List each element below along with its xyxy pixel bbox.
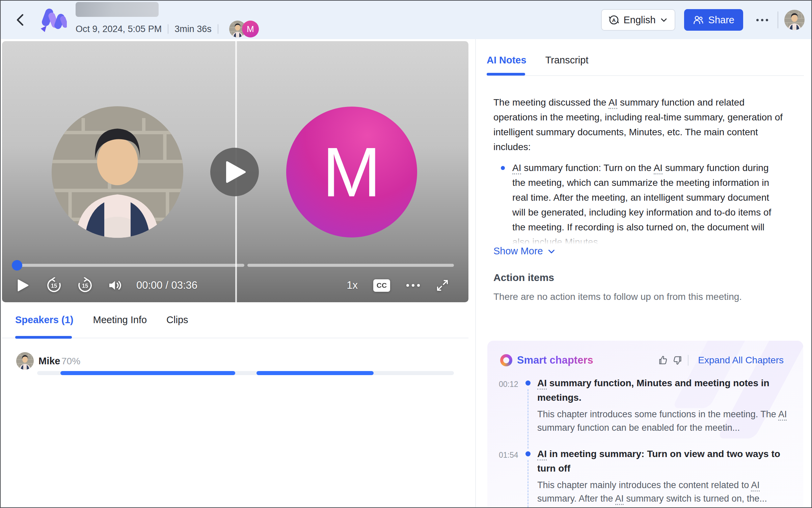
meeting-title-blurred: [76, 2, 159, 17]
minutes-logo-icon: [38, 5, 67, 34]
header-more-button[interactable]: [752, 10, 772, 30]
playback-controls: 15 15 00:00 / 03:36 1x CC: [2, 275, 468, 296]
fullscreen-expand-icon: [435, 278, 450, 292]
chapter-title: AI in meeting summary: Turn on view and …: [537, 447, 787, 476]
meeting-title-area: Oct 9, 2024, 5:05 PM 3min 36s M: [76, 2, 259, 38]
language-button[interactable]: A English: [601, 9, 675, 31]
svg-text:15: 15: [82, 283, 88, 289]
share-label: Share: [708, 15, 734, 26]
chapter-item[interactable]: 01:54 AI in meeting summary: Turn on vie…: [487, 447, 803, 505]
chapter-feedback-actions: Expand All Chapters: [655, 354, 784, 367]
participant-initial-letter: M: [247, 24, 254, 34]
share-people-icon: [693, 15, 704, 25]
tile-initial-letter: M: [322, 137, 381, 207]
volume-button[interactable]: [108, 279, 123, 292]
forward-15-button[interactable]: 15: [77, 277, 93, 293]
more-icon: [406, 284, 409, 287]
more-icon: [761, 19, 763, 21]
rewind-15-icon: 15: [46, 277, 62, 293]
chapter-description: This chapter introduces some functions i…: [537, 407, 787, 434]
notes-active-tab-underline: [487, 73, 525, 76]
thumbs-down-button[interactable]: [670, 354, 685, 367]
smart-chapters-card: Smart chapters: [487, 341, 803, 508]
bullet-dot: [501, 166, 505, 170]
tabs-divider: [2, 338, 468, 338]
participant-avatars[interactable]: M: [229, 21, 259, 37]
chapter-dot: [525, 451, 531, 456]
play-button[interactable]: [18, 279, 29, 292]
notes-panel: AI Notes Transcript The meeting discusse…: [475, 39, 812, 508]
meta-divider: [218, 24, 218, 34]
chevron-down-icon: [547, 247, 556, 256]
play-icon: [18, 279, 29, 292]
chapter-title: AI summary function, Minutes and meeting…: [537, 376, 787, 405]
player-more-button[interactable]: [406, 284, 420, 287]
chapter-rail: [524, 376, 537, 434]
more-icon: [766, 19, 768, 21]
playhead[interactable]: [12, 260, 22, 271]
show-more-label: Show More: [493, 246, 543, 257]
tab-transcript[interactable]: Transcript: [545, 55, 589, 66]
volume-icon: [108, 279, 123, 292]
time-display: 00:00 / 03:36: [136, 279, 197, 291]
tab-ai-notes[interactable]: AI Notes: [487, 55, 526, 66]
tab-speakers[interactable]: Speakers (1): [15, 314, 74, 326]
chapter-description: This chapter mainly introduces the conte…: [537, 478, 787, 505]
svg-text:A: A: [612, 17, 616, 23]
smart-chapters-header: Smart chapters: [500, 353, 784, 368]
user-avatar[interactable]: [784, 10, 805, 30]
minutes-app-window: Oct 9, 2024, 5:05 PM 3min 36s M: [0, 0, 812, 508]
meeting-duration: 3min 36s: [174, 24, 212, 34]
tab-meeting-info[interactable]: Meeting Info: [93, 314, 147, 326]
chapter-time[interactable]: 00:12: [499, 376, 524, 434]
summary-bullet-item: AI summary function: Turn on the AI summ…: [493, 161, 783, 248]
speaker-avatar[interactable]: [16, 352, 34, 370]
back-button[interactable]: [12, 12, 28, 28]
more-icon: [756, 19, 759, 21]
speaker-talk-segment: [256, 371, 374, 375]
progress-segment: [247, 264, 454, 267]
language-label: English: [623, 15, 655, 26]
expand-all-chapters-button[interactable]: Expand All Chapters: [698, 355, 784, 366]
header-divider: [778, 11, 778, 28]
progress-bar[interactable]: [2, 264, 468, 267]
back-chevron-icon: [13, 12, 27, 27]
meta-divider: [168, 24, 168, 34]
speaker-talk-percent: 70%: [61, 356, 80, 367]
chapter-time[interactable]: 01:54: [499, 447, 524, 505]
speaker-video-circle: [52, 106, 183, 238]
forward-15-icon: 15: [77, 277, 93, 293]
chapter-rail: [524, 447, 537, 505]
active-tab-underline: [15, 336, 72, 339]
action-items-empty-text: There are no action items to follow up o…: [493, 291, 742, 302]
notes-tabs-divider: [487, 75, 804, 76]
top-bar: Oct 9, 2024, 5:05 PM 3min 36s M: [1, 1, 811, 39]
participant-initial-circle: M: [286, 107, 417, 237]
svg-text:15: 15: [51, 283, 57, 289]
chapter-body: AI summary function, Minutes and meeting…: [537, 376, 803, 434]
thumbs-down-icon: [673, 355, 683, 365]
chevron-down-icon: [660, 16, 668, 24]
progress-segment: [20, 264, 244, 267]
speed-button[interactable]: 1x: [347, 279, 358, 291]
chapter-dot: [525, 380, 531, 386]
summary-bullet-wrap: AI summary function: Turn on the AI summ…: [512, 161, 783, 248]
rewind-15-button[interactable]: 15: [46, 277, 62, 293]
captions-button[interactable]: CC: [373, 279, 390, 292]
notes-tabs: AI Notes Transcript: [487, 55, 588, 66]
share-button[interactable]: Share: [684, 9, 743, 31]
chapters-list: 00:12 AI summary function, Minutes and m…: [487, 376, 803, 508]
action-items-title: Action items: [493, 272, 554, 283]
show-more-button[interactable]: Show More: [493, 246, 556, 257]
video-player: M 15: [2, 41, 468, 302]
thumbs-up-icon: [658, 355, 668, 365]
fullscreen-button[interactable]: [435, 278, 450, 292]
tab-clips[interactable]: Clips: [166, 314, 188, 326]
actions-divider: [688, 355, 688, 366]
play-icon: [226, 161, 247, 183]
speaker-timeline-bar[interactable]: [37, 371, 454, 375]
thumbs-up-button[interactable]: [655, 354, 670, 367]
play-overlay-button[interactable]: [210, 148, 259, 196]
chapter-item[interactable]: 00:12 AI summary function, Minutes and m…: [487, 376, 803, 434]
speaker-name[interactable]: Mike: [38, 356, 60, 367]
